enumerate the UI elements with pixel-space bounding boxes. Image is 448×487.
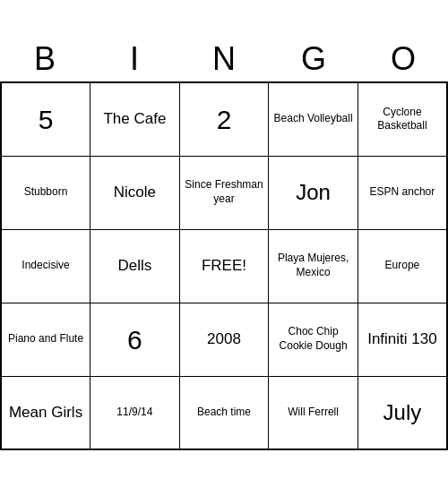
cell-r1-c3: Jon bbox=[269, 156, 358, 229]
cell-r3-c2: 2008 bbox=[179, 303, 269, 376]
cell-r4-c4: July bbox=[358, 376, 447, 449]
cell-r4-c2: Beach time bbox=[179, 376, 269, 449]
cell-r1-c1: Nicole bbox=[90, 156, 180, 229]
cell-r2-c3: Playa Mujeres, Mexico bbox=[269, 229, 358, 303]
cell-r1-c0: Stubborn bbox=[1, 156, 90, 229]
cell-r0-c3: Beach Volleyball bbox=[269, 82, 358, 156]
header-i: I bbox=[90, 37, 179, 81]
cell-r2-c2: FREE! bbox=[179, 229, 269, 303]
cell-r3-c0: Piano and Flute bbox=[1, 303, 90, 376]
bingo-grid: 5The Cafe2Beach VolleyballCyclone Basket… bbox=[0, 81, 448, 450]
cell-r1-c2: Since Freshman year bbox=[179, 156, 269, 229]
cell-r2-c1: Dells bbox=[90, 229, 180, 303]
cell-r0-c2: 2 bbox=[179, 82, 269, 156]
cell-r4-c1: 11/9/14 bbox=[90, 376, 180, 449]
cell-r2-c0: Indecisive bbox=[1, 229, 90, 303]
cell-r4-c3: Will Ferrell bbox=[269, 376, 358, 449]
cell-r4-c0: Mean Girls bbox=[1, 376, 90, 449]
cell-r3-c3: Choc Chip Cookie Dough bbox=[269, 303, 358, 376]
cell-r0-c1: The Cafe bbox=[90, 82, 180, 156]
cell-r2-c4: Europe bbox=[358, 229, 447, 303]
bingo-header: B I N G O bbox=[0, 37, 448, 81]
cell-r3-c4: Infiniti 130 bbox=[358, 303, 447, 376]
cell-r0-c0: 5 bbox=[1, 82, 90, 156]
cell-r3-c1: 6 bbox=[90, 303, 180, 376]
header-b: B bbox=[0, 37, 90, 81]
cell-r1-c4: ESPN anchor bbox=[358, 156, 447, 229]
header-o: O bbox=[358, 37, 448, 81]
header-g: G bbox=[269, 37, 358, 81]
header-n: N bbox=[179, 37, 269, 81]
cell-r0-c4: Cyclone Basketball bbox=[358, 82, 447, 156]
